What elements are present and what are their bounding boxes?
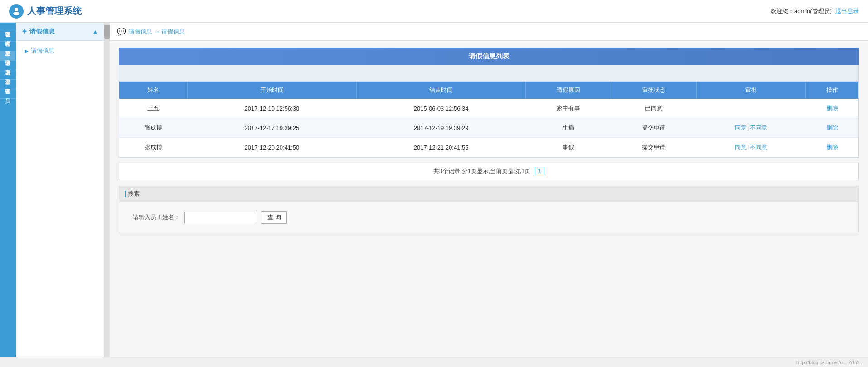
approve-link-1[interactable]: 不同意	[750, 124, 767, 131]
page-number[interactable]: 1	[535, 167, 544, 175]
cell-status: 已同意	[611, 99, 696, 118]
svg-point-1	[13, 12, 19, 15]
search-input[interactable]	[184, 212, 257, 223]
delete-link[interactable]: 删除	[826, 124, 838, 131]
left-panel: ✦ 请假信息 ▲ ▶ 请假信息	[16, 23, 104, 357]
sidebar-group-6: 工资信息	[0, 70, 16, 80]
cell-status: 提交申请	[611, 118, 696, 138]
col-end: 结束时间	[356, 82, 525, 99]
col-start: 开始时间	[187, 82, 356, 99]
sidebar: 信息管理 考勤管理 奖惩信息 请假信息 培训信息 工资信息 打卡管理 员	[0, 23, 16, 357]
sidebar-group-8: 员	[0, 89, 16, 99]
cell-approve: 同意|不同意	[697, 138, 806, 157]
search-section-title: 搜索	[128, 190, 140, 198]
col-approve: 审批	[697, 82, 806, 99]
sidebar-item-checkin[interactable]: 打卡管理	[0, 80, 15, 89]
search-section-header: 搜索	[119, 186, 858, 202]
separator: |	[747, 124, 749, 131]
search-bar-indicator	[125, 191, 126, 197]
data-table-wrapper: 姓名 开始时间 结束时间 请假原因 审批状态 审批 操作 王五 2017-12-…	[119, 82, 859, 158]
content-area: 💬 请假信息 → 请假信息 请假信息列表 姓名 开始时间 结束时间 请假原因	[110, 23, 868, 357]
logo: 人事管理系统	[9, 4, 82, 19]
search-form: 请输入员工姓名： 查 询	[119, 202, 858, 233]
sidebar-item-employee[interactable]: 员	[0, 89, 15, 98]
breadcrumb-text: 请假信息 → 请假信息	[129, 28, 185, 36]
cell-end: 2017-12-19 19:39:29	[356, 118, 525, 138]
separator: |	[747, 144, 749, 150]
pagination-info: 共3个记录,分1页显示,当前页是:第1页	[433, 168, 531, 174]
left-menu-item-leave[interactable]: ▶ 请假信息	[16, 43, 104, 58]
cell-name: 王五	[119, 99, 187, 118]
footer-text: http://blog.csdn.net/u... 2/17/...	[796, 360, 863, 365]
cell-approve: 同意|不同意	[697, 118, 806, 138]
sidebar-group-7: 打卡管理	[0, 80, 16, 89]
sidebar-item-info[interactable]: 信息管理	[0, 23, 15, 32]
cell-action: 删除	[806, 138, 858, 157]
cell-status: 提交申请	[611, 138, 696, 157]
table-row: 张成博 2017-12-17 19:39:25 2017-12-19 19:39…	[119, 118, 858, 138]
sidebar-item-salary[interactable]: 工资信息	[0, 70, 15, 79]
query-button[interactable]: 查 询	[262, 211, 287, 224]
cell-start: 2017-12-10 12:56:30	[187, 99, 356, 118]
table-title-bar: 请假信息列表	[119, 48, 859, 65]
col-reason: 请假原因	[526, 82, 611, 99]
cell-end: 2015-06-03 12:56:34	[356, 99, 525, 118]
cell-end: 2017-12-21 20:41:55	[356, 138, 525, 157]
main-layout: 信息管理 考勤管理 奖惩信息 请假信息 培训信息 工资信息 打卡管理 员 ✦ 请…	[0, 23, 868, 357]
left-panel-header: ✦ 请假信息 ▲	[16, 23, 104, 41]
approve-link-1[interactable]: 不同意	[750, 144, 767, 150]
search-label: 请输入员工姓名：	[133, 213, 180, 222]
sidebar-item-reward[interactable]: 奖惩信息	[0, 42, 15, 51]
sidebar-item-training[interactable]: 培训信息	[0, 61, 15, 70]
approve-link-0[interactable]: 同意	[735, 124, 747, 131]
collapse-icon[interactable]: ▲	[92, 28, 98, 35]
left-panel-title: ✦ 请假信息	[21, 27, 55, 36]
scrollbar-thumb[interactable]	[104, 25, 110, 39]
breadcrumb-icon: 💬	[117, 27, 126, 36]
breadcrumb: 💬 请假信息 → 请假信息	[110, 23, 868, 41]
sidebar-group-1: 信息管理	[0, 23, 16, 32]
logout-button[interactable]: 退出登录	[835, 7, 859, 15]
user-info: 欢迎您：admin(管理员) 退出登录	[771, 7, 859, 15]
toolbar-bar	[119, 65, 859, 82]
sidebar-group-4: 请假信息	[0, 51, 16, 61]
delete-link[interactable]: 删除	[826, 105, 838, 111]
cell-action: 删除	[806, 118, 858, 138]
cell-reason: 家中有事	[526, 99, 611, 118]
logo-icon	[9, 4, 24, 19]
col-action: 操作	[806, 82, 858, 99]
sidebar-group-5: 培训信息	[0, 61, 16, 70]
welcome-text: 欢迎您：admin(管理员)	[771, 7, 832, 15]
cell-name: 张成博	[119, 118, 187, 138]
plus-icon: ✦	[21, 27, 27, 36]
sidebar-item-leave[interactable]: 请假信息	[0, 51, 15, 60]
table-row: 张成博 2017-12-20 20:41:50 2017-12-21 20:41…	[119, 138, 858, 157]
cell-name: 张成博	[119, 138, 187, 157]
sidebar-group-3: 奖惩信息	[0, 42, 16, 51]
search-section: 搜索 请输入员工姓名： 查 询	[119, 186, 859, 233]
sidebar-item-attendance[interactable]: 考勤管理	[0, 32, 15, 41]
cell-reason: 生病	[526, 118, 611, 138]
footer: http://blog.csdn.net/u... 2/17/...	[0, 357, 868, 367]
table-row: 王五 2017-12-10 12:56:30 2015-06-03 12:56:…	[119, 99, 858, 118]
svg-point-0	[15, 8, 18, 11]
cell-start: 2017-12-20 20:41:50	[187, 138, 356, 157]
sidebar-group-2: 考勤管理	[0, 32, 16, 42]
cell-start: 2017-12-17 19:39:25	[187, 118, 356, 138]
delete-link[interactable]: 删除	[826, 144, 838, 150]
col-status: 审批状态	[611, 82, 696, 99]
approve-link-0[interactable]: 同意	[735, 144, 747, 150]
data-table: 姓名 开始时间 结束时间 请假原因 审批状态 审批 操作 王五 2017-12-…	[119, 82, 858, 157]
cell-approve	[697, 99, 806, 118]
cell-reason: 事假	[526, 138, 611, 157]
left-panel-menu: ▶ 请假信息	[16, 41, 104, 61]
pagination-bar: 共3个记录,分1页显示,当前页是:第1页 1	[119, 162, 859, 180]
page-content: 请假信息列表 姓名 开始时间 结束时间 请假原因 审批状态 审批 操作	[110, 41, 868, 357]
col-name: 姓名	[119, 82, 187, 99]
cell-action: 删除	[806, 99, 858, 118]
header: 人事管理系统 欢迎您：admin(管理员) 退出登录	[0, 0, 868, 23]
menu-arrow-icon: ▶	[25, 48, 29, 53]
logo-text: 人事管理系统	[27, 5, 82, 17]
left-scrollbar[interactable]	[104, 23, 110, 357]
table-header-row: 姓名 开始时间 结束时间 请假原因 审批状态 审批 操作	[119, 82, 858, 99]
